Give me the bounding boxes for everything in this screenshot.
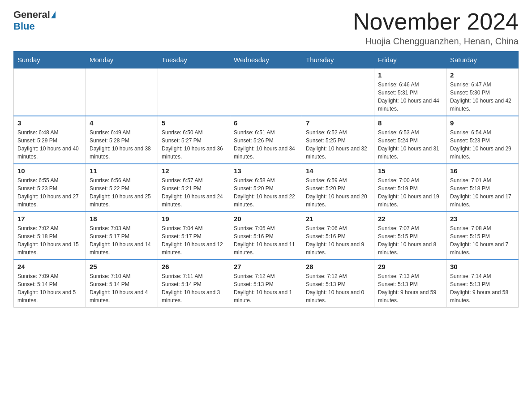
calendar-cell: 23Sunrise: 7:08 AMSunset: 5:15 PMDayligh… <box>446 212 519 260</box>
day-number: 16 <box>450 167 515 175</box>
day-number: 17 <box>17 215 82 223</box>
day-number: 24 <box>17 263 82 270</box>
day-number: 3 <box>17 119 82 127</box>
calendar-cell: 10Sunrise: 6:55 AMSunset: 5:23 PMDayligh… <box>14 164 86 212</box>
day-number: 1 <box>378 71 442 79</box>
logo: General Blue <box>13 9 56 32</box>
calendar-cell: 8Sunrise: 6:53 AMSunset: 5:24 PMDaylight… <box>374 116 446 164</box>
day-info: Sunrise: 6:51 AMSunset: 5:26 PMDaylight:… <box>234 128 298 161</box>
day-info: Sunrise: 6:57 AMSunset: 5:21 PMDaylight:… <box>162 176 226 209</box>
calendar-cell: 25Sunrise: 7:10 AMSunset: 5:14 PMDayligh… <box>86 260 158 308</box>
calendar-cell: 3Sunrise: 6:48 AMSunset: 5:29 PMDaylight… <box>14 116 86 164</box>
calendar-cell: 19Sunrise: 7:04 AMSunset: 5:17 PMDayligh… <box>158 212 230 260</box>
logo-triangle-icon <box>51 11 56 18</box>
day-number: 13 <box>234 167 298 175</box>
day-info: Sunrise: 6:54 AMSunset: 5:23 PMDaylight:… <box>450 128 515 161</box>
day-number: 12 <box>162 167 226 175</box>
day-info: Sunrise: 7:12 AMSunset: 5:13 PMDaylight:… <box>234 272 298 304</box>
calendar-cell: 20Sunrise: 7:05 AMSunset: 5:16 PMDayligh… <box>230 212 302 260</box>
day-number: 8 <box>378 119 442 127</box>
day-number: 25 <box>90 263 154 270</box>
calendar-cell <box>86 68 158 116</box>
day-number: 22 <box>378 215 442 223</box>
day-number: 21 <box>306 215 370 223</box>
weekday-header-tuesday: Tuesday <box>158 51 230 68</box>
day-number: 6 <box>234 119 298 127</box>
page-header: General Blue November 2024 Huojia Chengg… <box>13 9 519 47</box>
day-number: 5 <box>162 119 226 127</box>
day-info: Sunrise: 6:59 AMSunset: 5:20 PMDaylight:… <box>306 176 370 209</box>
day-info: Sunrise: 6:49 AMSunset: 5:28 PMDaylight:… <box>90 128 154 161</box>
logo-blue-text: Blue <box>13 21 35 32</box>
day-number: 2 <box>450 71 515 79</box>
day-info: Sunrise: 7:13 AMSunset: 5:13 PMDaylight:… <box>378 272 442 304</box>
day-number: 14 <box>306 167 370 175</box>
calendar-week-row: 10Sunrise: 6:55 AMSunset: 5:23 PMDayligh… <box>14 164 519 212</box>
day-info: Sunrise: 7:08 AMSunset: 5:15 PMDaylight:… <box>450 224 515 257</box>
calendar-cell: 22Sunrise: 7:07 AMSunset: 5:15 PMDayligh… <box>374 212 446 260</box>
weekday-header-saturday: Saturday <box>446 51 519 68</box>
calendar-cell: 26Sunrise: 7:11 AMSunset: 5:14 PMDayligh… <box>158 260 230 308</box>
day-number: 9 <box>450 119 515 127</box>
logo-general-text: General <box>13 9 50 21</box>
day-number: 19 <box>162 215 226 223</box>
weekday-header-friday: Friday <box>374 51 446 68</box>
calendar-cell: 6Sunrise: 6:51 AMSunset: 5:26 PMDaylight… <box>230 116 302 164</box>
calendar-cell <box>230 68 302 116</box>
calendar-cell: 16Sunrise: 7:01 AMSunset: 5:18 PMDayligh… <box>446 164 519 212</box>
day-info: Sunrise: 6:53 AMSunset: 5:24 PMDaylight:… <box>378 128 442 161</box>
day-info: Sunrise: 7:04 AMSunset: 5:17 PMDaylight:… <box>162 224 226 257</box>
day-number: 28 <box>306 263 370 270</box>
calendar-cell: 29Sunrise: 7:13 AMSunset: 5:13 PMDayligh… <box>374 260 446 308</box>
day-info: Sunrise: 7:06 AMSunset: 5:16 PMDaylight:… <box>306 224 370 257</box>
day-info: Sunrise: 7:11 AMSunset: 5:14 PMDaylight:… <box>162 272 226 304</box>
calendar-cell: 21Sunrise: 7:06 AMSunset: 5:16 PMDayligh… <box>302 212 374 260</box>
location-title: Huojia Chengguanzhen, Henan, China <box>353 36 519 47</box>
day-info: Sunrise: 6:48 AMSunset: 5:29 PMDaylight:… <box>17 128 82 161</box>
calendar-cell: 12Sunrise: 6:57 AMSunset: 5:21 PMDayligh… <box>158 164 230 212</box>
calendar-week-row: 1Sunrise: 6:46 AMSunset: 5:31 PMDaylight… <box>14 68 519 116</box>
day-info: Sunrise: 6:46 AMSunset: 5:31 PMDaylight:… <box>378 81 442 113</box>
weekday-header-thursday: Thursday <box>302 51 374 68</box>
day-info: Sunrise: 7:00 AMSunset: 5:19 PMDaylight:… <box>378 176 442 209</box>
calendar-cell: 28Sunrise: 7:12 AMSunset: 5:13 PMDayligh… <box>302 260 374 308</box>
calendar-cell <box>302 68 374 116</box>
calendar-cell: 2Sunrise: 6:47 AMSunset: 5:30 PMDaylight… <box>446 68 519 116</box>
calendar-cell: 18Sunrise: 7:03 AMSunset: 5:17 PMDayligh… <box>86 212 158 260</box>
day-number: 15 <box>378 167 442 175</box>
day-info: Sunrise: 7:09 AMSunset: 5:14 PMDaylight:… <box>17 272 82 304</box>
day-info: Sunrise: 7:01 AMSunset: 5:18 PMDaylight:… <box>450 176 515 209</box>
day-info: Sunrise: 7:07 AMSunset: 5:15 PMDaylight:… <box>378 224 442 257</box>
title-area: November 2024 Huojia Chengguanzhen, Hena… <box>353 9 519 47</box>
calendar-cell: 14Sunrise: 6:59 AMSunset: 5:20 PMDayligh… <box>302 164 374 212</box>
day-info: Sunrise: 6:47 AMSunset: 5:30 PMDaylight:… <box>450 81 515 113</box>
day-info: Sunrise: 6:58 AMSunset: 5:20 PMDaylight:… <box>234 176 298 209</box>
day-info: Sunrise: 6:56 AMSunset: 5:22 PMDaylight:… <box>90 176 154 209</box>
calendar-cell <box>14 68 86 116</box>
day-info: Sunrise: 6:50 AMSunset: 5:27 PMDaylight:… <box>162 128 226 161</box>
calendar-week-row: 3Sunrise: 6:48 AMSunset: 5:29 PMDaylight… <box>14 116 519 164</box>
weekday-header-wednesday: Wednesday <box>230 51 302 68</box>
weekday-header-monday: Monday <box>86 51 158 68</box>
day-number: 23 <box>450 215 515 223</box>
calendar-cell: 11Sunrise: 6:56 AMSunset: 5:22 PMDayligh… <box>86 164 158 212</box>
calendar-cell: 13Sunrise: 6:58 AMSunset: 5:20 PMDayligh… <box>230 164 302 212</box>
day-number: 10 <box>17 167 82 175</box>
day-number: 7 <box>306 119 370 127</box>
calendar-cell: 27Sunrise: 7:12 AMSunset: 5:13 PMDayligh… <box>230 260 302 308</box>
weekday-header-row: SundayMondayTuesdayWednesdayThursdayFrid… <box>14 51 519 68</box>
calendar-cell: 24Sunrise: 7:09 AMSunset: 5:14 PMDayligh… <box>14 260 86 308</box>
calendar-cell: 4Sunrise: 6:49 AMSunset: 5:28 PMDaylight… <box>86 116 158 164</box>
calendar-cell: 7Sunrise: 6:52 AMSunset: 5:25 PMDaylight… <box>302 116 374 164</box>
day-number: 4 <box>90 119 154 127</box>
day-info: Sunrise: 7:03 AMSunset: 5:17 PMDaylight:… <box>90 224 154 257</box>
calendar-cell: 15Sunrise: 7:00 AMSunset: 5:19 PMDayligh… <box>374 164 446 212</box>
day-number: 11 <box>90 167 154 175</box>
day-info: Sunrise: 7:10 AMSunset: 5:14 PMDaylight:… <box>90 272 154 304</box>
calendar-cell: 1Sunrise: 6:46 AMSunset: 5:31 PMDaylight… <box>374 68 446 116</box>
day-info: Sunrise: 6:52 AMSunset: 5:25 PMDaylight:… <box>306 128 370 161</box>
calendar-cell <box>158 68 230 116</box>
calendar-table: SundayMondayTuesdayWednesdayThursdayFrid… <box>13 51 519 308</box>
calendar-week-row: 24Sunrise: 7:09 AMSunset: 5:14 PMDayligh… <box>14 260 519 308</box>
day-info: Sunrise: 7:14 AMSunset: 5:13 PMDaylight:… <box>450 272 515 304</box>
